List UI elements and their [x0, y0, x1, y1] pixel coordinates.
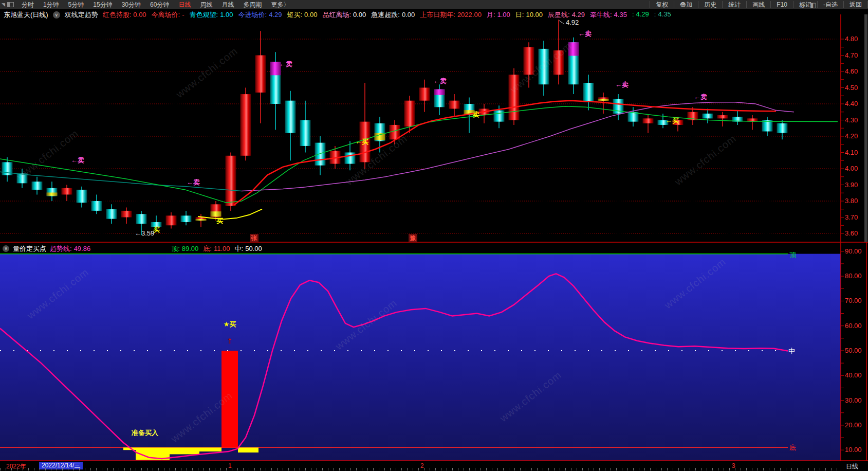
- field: 趋势线:49.86: [50, 244, 90, 253]
- candle: [345, 153, 356, 164]
- sell-signal-label: ←卖: [615, 80, 629, 89]
- candle: [285, 101, 296, 133]
- price-axis-label: 4.40: [845, 100, 858, 107]
- indicator-axis-label: 20.00: [845, 421, 862, 429]
- sell-signal-label: ←卖: [279, 60, 292, 69]
- hist-bar-yellow: [238, 447, 258, 452]
- candle: [583, 83, 594, 102]
- bottom-level-label: 底: [789, 443, 796, 452]
- candle: [255, 56, 266, 93]
- sell-signal-label: ←卖: [433, 77, 447, 86]
- price-axis-label: 4.80: [845, 35, 858, 43]
- indicator-axis-label: 70.00: [845, 297, 862, 304]
- bottom-timeline-bar: 2022年 2022/12/14/三 日线 123: [0, 461, 868, 471]
- price-axis-label: 4.30: [845, 116, 858, 124]
- indicator-axis-label: 80.00: [845, 272, 862, 280]
- field: 底:11.00: [203, 244, 230, 253]
- indicator-panel-title: 量价定买点: [13, 244, 46, 253]
- price-axis-label: 4.60: [845, 67, 858, 75]
- price-axis-label: 4.70: [845, 51, 858, 59]
- indicator-header: ∨ 量价定买点 趋势线:49.86顶:89.00底:11.00中:50.00: [0, 244, 262, 253]
- candle: [241, 94, 251, 156]
- hist-bar-yellow: [170, 447, 199, 454]
- candle: [77, 190, 87, 203]
- candle: [404, 101, 415, 126]
- hist-bar-red: [221, 351, 238, 447]
- price-axis-label: 4.20: [845, 132, 858, 140]
- chart-canvas: [0, 0, 868, 471]
- price-axis-label: 3.70: [845, 213, 858, 221]
- sell-signal-label: ←卖: [578, 29, 592, 39]
- timeline-marker-2: 2: [420, 462, 424, 469]
- indicator-axis-label: 90.00: [845, 247, 862, 255]
- low-price-label: ←3.59: [135, 229, 154, 237]
- indicator-annotation: 准备买入: [132, 428, 158, 438]
- candle: [136, 214, 147, 224]
- buy-signal-label: 买: [216, 216, 223, 226]
- field: 中:50.00: [235, 244, 262, 253]
- indicator-axis-label: 10.00: [845, 446, 862, 454]
- timeline-marker-1: 1: [228, 462, 232, 469]
- candle: [717, 115, 728, 118]
- candle: [181, 215, 192, 222]
- overlay-green-ma: [0, 106, 838, 203]
- price-axis-label: 3.60: [845, 229, 858, 237]
- indicator-axis-label: 60.00: [845, 322, 862, 330]
- buy-arrow-icon: ↑: [228, 335, 232, 346]
- indicator-axis-label: 30.00: [845, 396, 862, 404]
- candle: [91, 201, 102, 211]
- price-axis-label: 4.50: [845, 84, 858, 92]
- candle: [449, 101, 460, 109]
- candle: [553, 50, 564, 75]
- indicator-annotation: ★买: [224, 320, 236, 329]
- region-tag-豫: 豫: [409, 234, 417, 242]
- sell-signal-label: 卖: [473, 110, 479, 119]
- chevron-down-icon[interactable]: ∨: [3, 245, 9, 252]
- candle: [539, 49, 549, 84]
- candle: [643, 118, 654, 123]
- timeline-marker-3: 3: [732, 462, 735, 469]
- candle: [300, 120, 311, 146]
- indicator-axis-label: 40.00: [845, 371, 862, 379]
- period-label[interactable]: 日线: [846, 462, 858, 471]
- sell-signal-label: ←卖: [187, 178, 200, 187]
- candles-layer: [2, 20, 788, 235]
- candle: [32, 182, 43, 190]
- buy-signal-label: ←买: [355, 137, 368, 147]
- indicator-axis-label: 50.00: [845, 347, 862, 354]
- region-tag-张: 张: [250, 234, 258, 242]
- indicator-panel-values: 趋势线:49.86顶:89.00底:11.00中:50.00: [50, 244, 262, 253]
- candle: [166, 215, 177, 225]
- candle: [121, 211, 132, 218]
- candle: [106, 209, 117, 219]
- candle: [777, 123, 788, 133]
- sell-signal-label: ←卖: [71, 156, 84, 165]
- candle: [494, 111, 505, 122]
- overlay-yellow-signal: [198, 209, 262, 220]
- price-axis-label: 3.90: [845, 181, 858, 189]
- app-window: ◥ 分时1分钟5分钟15分钟30分钟60分钟日线周线月线多周期更多〉 复权叠加历…: [0, 0, 868, 471]
- candle: [315, 143, 326, 166]
- high-price-label: 4.92: [566, 19, 579, 26]
- right-scrollbar[interactable]: [864, 14, 867, 242]
- field: 顶:89.00: [171, 244, 198, 253]
- hist-bar-yellow: [199, 447, 221, 451]
- candle: [509, 75, 520, 120]
- price-axis-label: 4.00: [845, 165, 858, 172]
- price-axis-label: 4.10: [845, 149, 858, 156]
- sell-signal-label: ←卖: [694, 93, 707, 102]
- candle: [703, 114, 713, 118]
- mid-level-label: 中: [788, 347, 795, 356]
- candle: [226, 156, 236, 206]
- top-level-label: 顶: [789, 250, 796, 260]
- price-axis-label: 3.80: [845, 197, 858, 205]
- candle: [419, 88, 430, 101]
- candle: [524, 47, 534, 75]
- candle: [62, 188, 72, 195]
- buy-signal-label: ←买: [666, 116, 679, 125]
